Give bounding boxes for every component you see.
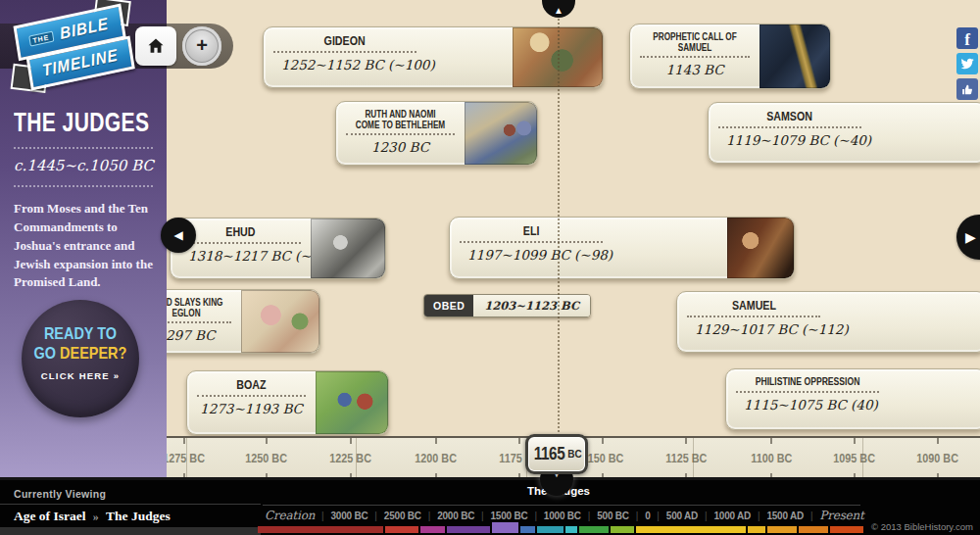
era-link-1500ad[interactable]: 1500 AD: [766, 511, 804, 521]
era-separator: |: [374, 511, 377, 521]
dotted-separator: [687, 316, 820, 317]
event-card-ruth_naomi[interactable]: RUTH AND NAOMI COME TO BETHLEHEM1230 BC: [335, 101, 538, 166]
event-title: PROPHETIC CALL OF SAMUEL: [638, 31, 752, 53]
footer-scroll-track: [0, 527, 261, 535]
dotted-divider: [14, 185, 153, 187]
event-date: 1273~1193 BC: [195, 401, 308, 416]
dotted-separator: [180, 242, 301, 244]
era-strip-segment[interactable]: [447, 526, 490, 533]
era-link-1000ad[interactable]: 1000 AD: [713, 511, 751, 521]
era-separator: |: [657, 511, 660, 521]
ruler-tick: [435, 438, 437, 444]
era-strip-segment[interactable]: [385, 526, 418, 533]
ruler-tick: [854, 438, 856, 444]
era-link-1500bc[interactable]: 1500 BC: [490, 511, 527, 521]
ruler-label: 1125 BC: [652, 451, 720, 465]
event-card-samuel[interactable]: SAMUEL1129~1017 BC (~112): [676, 291, 980, 353]
go-deeper-button[interactable]: READY TO GO DEEPER? CLICK HERE »: [22, 300, 139, 417]
era-strip-segment[interactable]: [767, 526, 797, 533]
dotted-separator: [197, 395, 306, 397]
event-card-boaz[interactable]: BOAZ1273~1193 BC: [186, 370, 389, 435]
ruler-label: 1225 BC: [317, 451, 385, 465]
event-title: EHUD: [178, 225, 303, 239]
era-link-500ad[interactable]: 500 AD: [666, 511, 698, 521]
event-date: 1230 BC: [344, 139, 457, 155]
copyright-notice: © 2013 BibleHistory.com: [871, 521, 973, 532]
like-button[interactable]: [956, 78, 978, 100]
era-separator: |: [428, 511, 431, 521]
ruler-label: 1090 BC: [904, 451, 972, 465]
era-strip-segment[interactable]: [258, 526, 383, 533]
event-date: 1119~1079 BC (~40): [716, 132, 863, 148]
era-link-1000bc[interactable]: 1000 BC: [544, 511, 581, 521]
up-arrow-icon: ▲: [542, 5, 575, 16]
era-strip-segment[interactable]: [830, 526, 863, 533]
breadcrumb[interactable]: Age of Israel » The Judges: [14, 509, 171, 524]
dotted-separator: [346, 133, 455, 135]
era-strip-segment[interactable]: [799, 526, 828, 533]
ruler-tick: [518, 438, 520, 444]
era-strip-segment[interactable]: [748, 526, 765, 533]
ruler-tick: [685, 438, 687, 444]
eglon-image: [241, 290, 319, 353]
era-separator: |: [588, 511, 591, 521]
event-badge-obed[interactable]: OBED 1203~1123 BC: [423, 294, 591, 317]
cta-line1: READY TO: [30, 324, 130, 344]
left-arrow-icon: ◀: [173, 228, 182, 242]
zoom-button[interactable]: +: [182, 26, 221, 66]
era-strip-segment[interactable]: [579, 526, 609, 533]
era-link-500bc[interactable]: 500 BC: [597, 511, 629, 521]
event-card-samson[interactable]: SAMSON1119~1079 BC (~40): [708, 102, 980, 164]
event-card-samuel_call[interactable]: PROPHETIC CALL OF SAMUEL1143 BC: [629, 24, 831, 89]
event-title: SAMSON: [716, 110, 863, 123]
era-separator: |: [321, 511, 324, 521]
era-strip-segment[interactable]: [611, 526, 634, 533]
ruler-gridline: [693, 438, 694, 479]
event-card-ehud[interactable]: EHUD1318~1217 BC (~101): [170, 218, 386, 279]
scroll-up-button[interactable]: ▲: [542, 0, 575, 18]
event-card-eli[interactable]: ELI1197~1099 BC (~98): [449, 217, 795, 279]
era-link-creation[interactable]: Creation: [265, 509, 315, 522]
eli-image: [727, 218, 794, 278]
twitter-share-button[interactable]: [956, 53, 978, 74]
samuel_call-image: [760, 24, 830, 88]
facebook-share-button[interactable]: f: [956, 27, 978, 49]
currently-viewing-label: Currently Viewing: [14, 488, 106, 500]
scroll-left-button[interactable]: ◀: [161, 218, 196, 253]
ruler-gridline: [356, 438, 357, 479]
era-link-0[interactable]: 0: [645, 511, 650, 521]
era-link-present[interactable]: Present: [819, 509, 863, 522]
footer-bar: Currently Viewing Age of Israel » The Ju…: [0, 477, 980, 535]
era-link-2000bc[interactable]: 2000 BC: [437, 511, 474, 521]
breadcrumb-current: The Judges: [106, 509, 171, 523]
era-link-2500bc[interactable]: 2500 BC: [384, 511, 421, 521]
right-arrow-icon: ▶: [965, 229, 976, 245]
dotted-separator: [736, 391, 879, 393]
home-button[interactable]: [135, 26, 176, 66]
event-date: 1197~1099 BC (~98): [458, 247, 605, 263]
era-link-3000bc[interactable]: 3000 BC: [330, 511, 368, 521]
thumbs-up-icon: [961, 83, 974, 96]
ehud-image: [311, 219, 385, 278]
era-strip-segment[interactable]: [420, 526, 445, 533]
current-year-marker[interactable]: 1165 BC: [525, 434, 588, 474]
page-title: THE JUDGES: [14, 110, 133, 136]
event-card-gideon[interactable]: GIDEON1252~1152 BC (~100): [263, 26, 604, 88]
era-strip-current-segment[interactable]: [492, 522, 518, 533]
event-title: OBED: [424, 295, 473, 316]
era-separator: |: [758, 511, 760, 521]
breadcrumb-parent[interactable]: Age of Israel: [14, 509, 85, 523]
era-strip-segment[interactable]: [636, 526, 746, 533]
era-strip-segment[interactable]: [565, 526, 577, 533]
ruler-tick: [770, 438, 772, 444]
event-title: SAMUEL: [685, 299, 822, 313]
era-strip-segment[interactable]: [537, 526, 564, 533]
ruler-tick: [937, 438, 939, 444]
era-navigation: Creation|3000 BC|2500 BC|2000 BC|1500 BC…: [265, 509, 864, 522]
event-date: 1252~1152 BC (~100): [271, 57, 418, 73]
era-strip-segment[interactable]: [520, 526, 535, 533]
dotted-divider: [14, 147, 153, 149]
event-card-philistine[interactable]: PHILISTINE OPPRESSION1115~1075 BC (40): [725, 368, 980, 430]
ruler-label: 1095 BC: [820, 451, 889, 465]
ruler-tick: [266, 438, 268, 444]
